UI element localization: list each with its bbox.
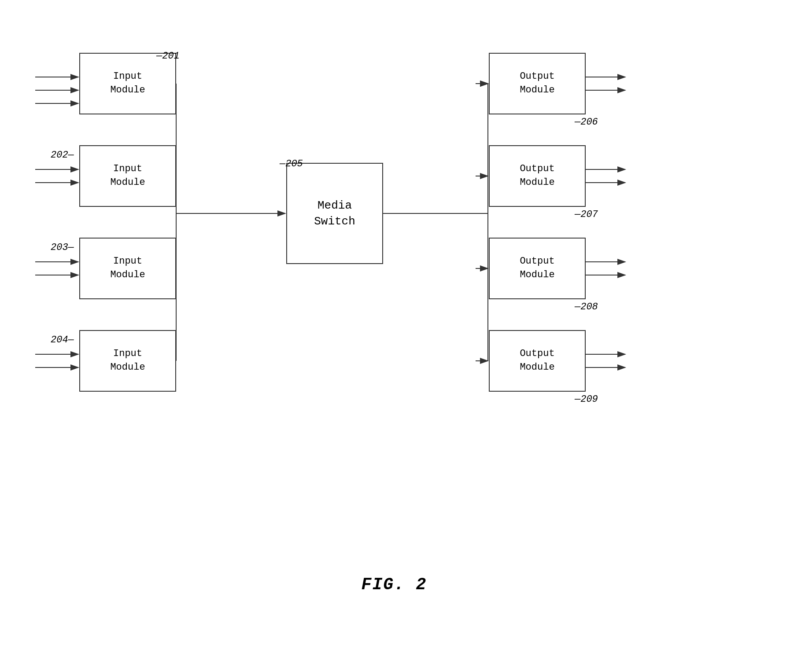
input-module-4-label: InputModule	[110, 347, 145, 375]
media-switch-label: MediaSwitch	[314, 198, 355, 230]
output-module-1-label: OutputModule	[520, 70, 554, 97]
diagram-container: InputModule InputModule InputModule Inpu…	[26, 26, 762, 621]
ref-204: 204—	[51, 334, 74, 345]
ref-207: —207	[575, 209, 598, 220]
output-module-1: OutputModule	[489, 53, 586, 114]
input-module-3-label: InputModule	[110, 255, 145, 282]
input-module-4: InputModule	[79, 330, 176, 392]
diagram-lines	[26, 26, 762, 621]
ref-205: —205	[280, 158, 303, 169]
output-module-4: OutputModule	[489, 330, 586, 392]
output-module-2: OutputModule	[489, 145, 586, 207]
figure-caption: FIG. 2	[362, 575, 427, 594]
ref-203: 203—	[51, 242, 74, 253]
output-module-2-label: OutputModule	[520, 162, 554, 190]
ref-201: —201	[156, 51, 180, 62]
ref-209: —209	[575, 394, 598, 405]
figure-caption-text: FIG. 2	[362, 575, 427, 594]
media-switch: MediaSwitch	[286, 163, 383, 264]
input-module-1: InputModule	[79, 53, 176, 114]
input-module-2: InputModule	[79, 145, 176, 207]
ref-208: —208	[575, 301, 598, 312]
output-module-4-label: OutputModule	[520, 347, 554, 375]
input-module-3: InputModule	[79, 238, 176, 299]
output-module-3-label: OutputModule	[520, 255, 554, 282]
input-module-2-label: InputModule	[110, 162, 145, 190]
ref-206: —206	[575, 117, 598, 128]
input-module-1-label: InputModule	[110, 70, 145, 97]
ref-202: 202—	[51, 150, 74, 161]
output-module-3: OutputModule	[489, 238, 586, 299]
